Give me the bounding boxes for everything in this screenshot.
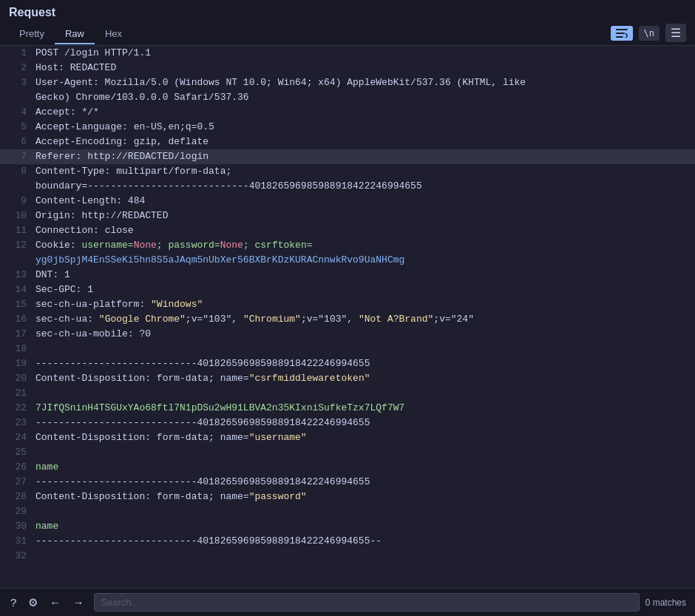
header: Request Pretty Raw Hex \n ☰: [0, 0, 695, 46]
line-content: ----------------------------401826596985…: [35, 475, 689, 490]
line-number: 31: [6, 534, 27, 549]
line-row: 32: [0, 549, 695, 563]
match-count: 0 matches: [645, 598, 689, 608]
line-number: 8: [6, 164, 27, 179]
line-number: 25: [6, 445, 27, 460]
line-row: 30name: [0, 519, 695, 534]
text-segment: sec-ch-ua-mobile:: [35, 328, 139, 339]
text-segment: ;v="24": [433, 314, 474, 325]
line-content: Content-Disposition: form-data; name="cs…: [35, 371, 689, 386]
text-segment: Content-Disposition: form-data; name=: [35, 373, 249, 384]
text-segment: yg0jbSpjM4EnSSeKi5hn8S5aJAqm5nUbXer56BXB…: [35, 254, 404, 265]
line-row: 21: [0, 386, 695, 401]
text-segment: Gecko) Chrome/103.0.0.0 Safari/537.36: [35, 92, 249, 103]
line-row: 31----------------------------4018265969…: [0, 534, 695, 549]
line-row: 7Referer: http://REDACTED/login: [0, 149, 695, 164]
back-button[interactable]: ←: [45, 593, 65, 612]
text-segment: gzip, deflate: [134, 136, 208, 147]
line-number: 4: [6, 105, 27, 120]
text-segment: "Windows": [151, 299, 203, 310]
line-content: Content-Disposition: form-data; name="pa…: [35, 490, 689, 504]
line-number: 24: [6, 430, 27, 445]
text-segment: Accept:: [35, 106, 81, 118]
text-segment: sec-ch-ua:: [35, 314, 99, 325]
text-segment: Cookie:: [35, 240, 81, 251]
line-row: 17sec-ch-ua-mobile: ?0: [0, 327, 695, 342]
line-row: 5Accept-Language: en-US,en;q=0.5: [0, 120, 695, 135]
text-segment: ; csrftoken=: [243, 240, 313, 251]
tab-hex[interactable]: Hex: [95, 24, 132, 44]
text-segment: username=: [81, 240, 133, 251]
line-row: 6Accept-Encoding: gzip, deflate: [0, 135, 695, 149]
line-number: 15: [6, 297, 27, 312]
newline-icon[interactable]: \n: [639, 26, 660, 41]
tab-raw[interactable]: Raw: [55, 24, 95, 44]
line-row: 28Content-Disposition: form-data; name="…: [0, 490, 695, 504]
line-number: 9: [6, 194, 27, 209]
line-row: 3User-Agent: Mozilla/5.0 (Windows NT 10.…: [0, 75, 695, 90]
content-area: 1POST /login HTTP/1.12Host: REDACTED3Use…: [0, 46, 695, 588]
line-content: ----------------------------401826596985…: [35, 356, 689, 371]
line-number: 32: [6, 549, 27, 563]
request-body: 1POST /login HTTP/1.12Host: REDACTED3Use…: [0, 46, 695, 563]
text-segment: None: [220, 240, 243, 251]
line-row: 10Origin: http://REDACTED: [0, 209, 695, 223]
line-row: 16sec-ch-ua: "Google Chrome";v="103", "C…: [0, 312, 695, 327]
line-content: name: [35, 519, 689, 534]
text-segment: close: [105, 225, 134, 236]
line-content: Accept-Language: en-US,en;q=0.5: [35, 120, 689, 135]
line-row: Gecko) Chrome/103.0.0.0 Safari/537.36: [0, 90, 695, 105]
text-segment: ;v="103",: [301, 314, 359, 325]
line-content: DNT: 1: [35, 268, 689, 282]
text-segment: http://REDACTED: [81, 210, 168, 221]
line-content: Content-Type: multipart/form-data;: [35, 164, 689, 179]
text-segment: sec-ch-ua-platform:: [35, 299, 151, 310]
tab-bar: Pretty Raw Hex: [9, 24, 132, 44]
line-content: Host: REDACTED: [35, 61, 689, 75]
wrap-icon[interactable]: [611, 26, 633, 41]
line-row: 15sec-ch-ua-platform: "Windows": [0, 297, 695, 312]
forward-button[interactable]: →: [68, 593, 88, 612]
line-content: Content-Disposition: form-data; name="us…: [35, 430, 689, 445]
line-content: Gecko) Chrome/103.0.0.0 Safari/537.36: [35, 90, 689, 105]
text-segment: "csrfmiddlewaretoken": [249, 373, 370, 384]
line-number: 3: [6, 75, 27, 90]
line-row: 25: [0, 445, 695, 460]
line-content: Accept-Encoding: gzip, deflate: [35, 135, 689, 149]
text-segment: http://REDACTED/login: [87, 151, 208, 162]
line-number: 11: [6, 223, 27, 238]
line-number: 12: [6, 238, 27, 253]
line-content: Accept: */*: [35, 105, 689, 120]
line-number: 29: [6, 504, 27, 519]
text-segment: Referer:: [35, 151, 87, 162]
line-content: Cookie: username=None; password=None; cs…: [35, 238, 689, 253]
text-segment: Connection:: [35, 225, 105, 236]
line-content: name: [35, 460, 689, 475]
line-row: 12Cookie: username=None; password=None; …: [0, 238, 695, 253]
text-segment: 7JIfQSninH4TSGUxYAo68ftl7N1pDSu2wH91LBVA…: [35, 402, 404, 413]
line-row: 14Sec-GPC: 1: [0, 282, 695, 297]
line-content: 7JIfQSninH4TSGUxYAo68ftl7N1pDSu2wH91LBVA…: [35, 401, 689, 416]
text-segment: 484: [128, 195, 145, 206]
search-input[interactable]: [94, 593, 639, 612]
line-content: User-Agent: Mozilla/5.0 (Windows NT 10.0…: [35, 75, 689, 90]
text-segment: Accept-Language:: [35, 121, 134, 132]
help-button[interactable]: ?: [6, 593, 21, 612]
line-number: 18: [6, 342, 27, 356]
line-row: 20Content-Disposition: form-data; name="…: [0, 371, 695, 386]
line-content: ----------------------------401826596985…: [35, 416, 689, 430]
line-row: 11Connection: close: [0, 223, 695, 238]
menu-icon[interactable]: ☰: [665, 24, 686, 42]
tab-pretty[interactable]: Pretty: [9, 24, 55, 44]
line-row: 24Content-Disposition: form-data; name="…: [0, 430, 695, 445]
text-segment: User-Agent: Mozilla/5.0 (Windows NT 10.0…: [35, 77, 526, 88]
line-row: 18: [0, 342, 695, 356]
text-segment: ; password=: [157, 240, 220, 251]
line-content: Connection: close: [35, 223, 689, 238]
line-row: 9Content-Length: 484: [0, 194, 695, 209]
settings-button[interactable]: ⚙: [24, 593, 42, 612]
text-segment: Content-Type: multipart/form-data;: [35, 166, 231, 177]
line-number: 19: [6, 356, 27, 371]
text-segment: Content-Disposition: form-data; name=: [35, 491, 249, 502]
line-number: 14: [6, 282, 27, 297]
